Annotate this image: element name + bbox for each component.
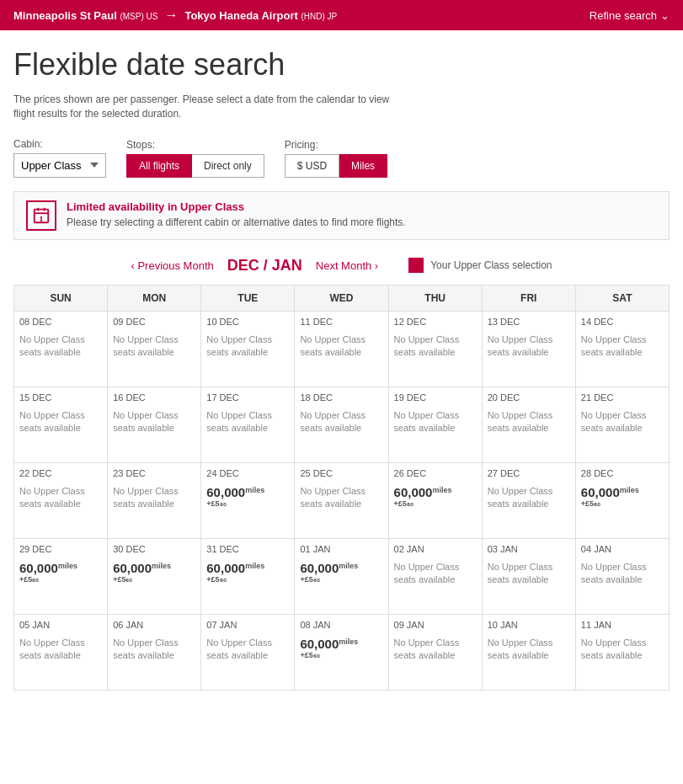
table-row[interactable]: 05 JANNo Upper Class seats available	[14, 614, 108, 690]
cell-unavailable-text: No Upper Class seats available	[19, 485, 102, 511]
availability-alert: Limited availability in Upper Class Plea…	[13, 191, 670, 240]
cell-date-label: 24 DEC	[206, 468, 289, 478]
miles-value: 60,000	[394, 485, 433, 499]
cell-date-label: 25 DEC	[300, 468, 382, 478]
miles-button[interactable]: Miles	[339, 154, 387, 178]
tax-value: +£5₆₀	[206, 499, 289, 508]
cell-date-label: 19 DEC	[394, 392, 477, 403]
table-row[interactable]: 13 DECNo Upper Class seats available	[482, 311, 575, 387]
table-row[interactable]: 08 DECNo Upper Class seats available	[14, 311, 108, 387]
cell-date-label: 31 DEC	[206, 544, 289, 554]
table-row[interactable]: 28 DEC60,000miles+£5₆₀	[575, 462, 669, 538]
cell-unavailable-text: No Upper Class seats available	[581, 333, 664, 360]
table-row[interactable]: 06 JANNo Upper Class seats available	[108, 614, 201, 690]
miles-value: 60,000	[300, 561, 339, 575]
origin-airport: Minneapolis St Paul (MSP) US	[13, 9, 157, 22]
miles-value: 60,000	[206, 561, 245, 575]
table-row[interactable]: 10 DECNo Upper Class seats available	[201, 311, 295, 387]
cell-date-label: 26 DEC	[394, 468, 477, 478]
cell-price: 60,000miles+£5₆₀	[394, 485, 477, 508]
col-fri: FRI	[482, 285, 575, 311]
cell-unavailable-text: No Upper Class seats available	[488, 333, 570, 360]
table-row[interactable]: 24 DEC60,000miles+£5₆₀	[201, 462, 295, 538]
table-row[interactable]: 09 JANNo Upper Class seats available	[388, 614, 482, 690]
cell-unavailable-text: No Upper Class seats available	[394, 333, 477, 360]
miles-value: 60,000	[581, 485, 620, 499]
table-row[interactable]: 09 DECNo Upper Class seats available	[108, 311, 201, 387]
miles-unit: miles	[620, 485, 639, 493]
cabin-select[interactable]: Upper Class	[13, 153, 106, 178]
table-row[interactable]: 04 JANNo Upper Class seats available	[575, 538, 669, 614]
table-row[interactable]: 30 DEC60,000miles+£5₆₀	[108, 538, 201, 614]
cell-unavailable-text: No Upper Class seats available	[394, 637, 477, 663]
calendar-week-row: 29 DEC60,000miles+£5₆₀30 DEC60,000miles+…	[14, 538, 670, 614]
cell-date-label: 04 JAN	[581, 544, 664, 554]
cell-unavailable-text: No Upper Class seats available	[206, 333, 289, 360]
pricing-label: Pricing:	[285, 139, 387, 151]
prev-month-button[interactable]: ‹ Previous Month	[131, 259, 213, 272]
direct-only-button[interactable]: Direct only	[192, 154, 264, 178]
table-row[interactable]: 12 DECNo Upper Class seats available	[388, 311, 482, 387]
tax-value: +£5₆₀	[394, 499, 477, 508]
route-info: Minneapolis St Paul (MSP) US → Tokyo Han…	[13, 8, 337, 23]
cell-price: 60,000miles+£5₆₀	[206, 485, 289, 508]
calendar-header: SUN MON TUE WED THU FRI SAT	[14, 285, 670, 311]
table-row[interactable]: 02 JANNo Upper Class seats available	[388, 538, 482, 614]
cell-unavailable-text: No Upper Class seats available	[206, 409, 289, 435]
cell-price: 60,000miles+£5₆₀	[300, 637, 382, 659]
calendar-week-row: 08 DECNo Upper Class seats available09 D…	[14, 311, 670, 387]
stops-label: Stops:	[126, 139, 264, 151]
calendar-table: SUN MON TUE WED THU FRI SAT 08 DECNo Upp…	[13, 285, 670, 691]
next-month-button[interactable]: Next Month ›	[316, 259, 378, 272]
table-row[interactable]: 07 JANNo Upper Class seats available	[201, 614, 295, 690]
table-row[interactable]: 20 DECNo Upper Class seats available	[482, 387, 575, 462]
table-row[interactable]: 22 DECNo Upper Class seats available	[14, 462, 108, 538]
calendar-body: 08 DECNo Upper Class seats available09 D…	[14, 311, 670, 690]
calendar-week-row: 05 JANNo Upper Class seats available06 J…	[14, 614, 670, 690]
table-row[interactable]: 19 DECNo Upper Class seats available	[388, 387, 482, 462]
tax-value: +£5₆₀	[581, 499, 664, 508]
cell-date-label: 14 DEC	[581, 317, 664, 327]
tax-value: +£5₆₀	[206, 575, 289, 584]
alert-title: Limited availability in Upper Class	[67, 200, 406, 213]
table-row[interactable]: 23 DECNo Upper Class seats available	[108, 462, 201, 538]
calendar-navigation: ‹ Previous Month DEC / JAN Next Month › …	[13, 257, 670, 275]
table-row[interactable]: 21 DECNo Upper Class seats available	[575, 387, 669, 462]
table-row[interactable]: 18 DECNo Upper Class seats available	[295, 387, 388, 462]
cell-date-label: 21 DEC	[581, 392, 664, 403]
calendar-week-row: 15 DECNo Upper Class seats available16 D…	[14, 387, 670, 462]
table-row[interactable]: 15 DECNo Upper Class seats available	[14, 387, 108, 462]
alert-text-content: Limited availability in Upper Class Plea…	[67, 200, 406, 228]
pricing-toggle-group: $ USD Miles	[285, 154, 387, 178]
all-flights-button[interactable]: All flights	[126, 154, 192, 178]
cell-date-label: 20 DEC	[488, 392, 570, 403]
table-row[interactable]: 11 DECNo Upper Class seats available	[295, 311, 388, 387]
cell-date-label: 16 DEC	[113, 392, 195, 403]
col-mon: MON	[108, 285, 201, 311]
table-row[interactable]: 08 JAN60,000miles+£5₆₀	[295, 614, 388, 690]
refine-search-button[interactable]: Refine search ⌄	[590, 9, 670, 22]
cell-date-label: 22 DEC	[19, 468, 102, 478]
table-row[interactable]: 03 JANNo Upper Class seats available	[482, 538, 575, 614]
table-row[interactable]: 16 DECNo Upper Class seats available	[108, 387, 201, 462]
cell-unavailable-text: No Upper Class seats available	[19, 409, 102, 435]
table-row[interactable]: 10 JANNo Upper Class seats available	[482, 614, 575, 690]
pricing-filter: Pricing: $ USD Miles	[285, 139, 387, 178]
table-row[interactable]: 01 JAN60,000miles+£5₆₀	[295, 538, 388, 614]
miles-unit: miles	[432, 485, 451, 493]
table-row[interactable]: 31 DEC60,000miles+£5₆₀	[201, 538, 295, 614]
cell-unavailable-text: No Upper Class seats available	[300, 409, 382, 435]
table-row[interactable]: 29 DEC60,000miles+£5₆₀	[14, 538, 108, 614]
tax-value: +£5₆₀	[300, 575, 382, 584]
table-row[interactable]: 25 DECNo Upper Class seats available	[295, 462, 388, 538]
miles-unit: miles	[339, 561, 358, 569]
usd-button[interactable]: $ USD	[285, 154, 339, 178]
table-row[interactable]: 14 DECNo Upper Class seats available	[575, 311, 669, 387]
cell-price: 60,000miles+£5₆₀	[113, 561, 195, 584]
table-row[interactable]: 11 JANNo Upper Class seats available	[575, 614, 669, 690]
cell-unavailable-text: No Upper Class seats available	[581, 637, 664, 663]
table-row[interactable]: 26 DEC60,000miles+£5₆₀	[388, 462, 482, 538]
table-row[interactable]: 17 DECNo Upper Class seats available	[201, 387, 295, 462]
table-row[interactable]: 27 DECNo Upper Class seats available	[482, 462, 575, 538]
current-month-label: DEC / JAN	[227, 257, 302, 275]
